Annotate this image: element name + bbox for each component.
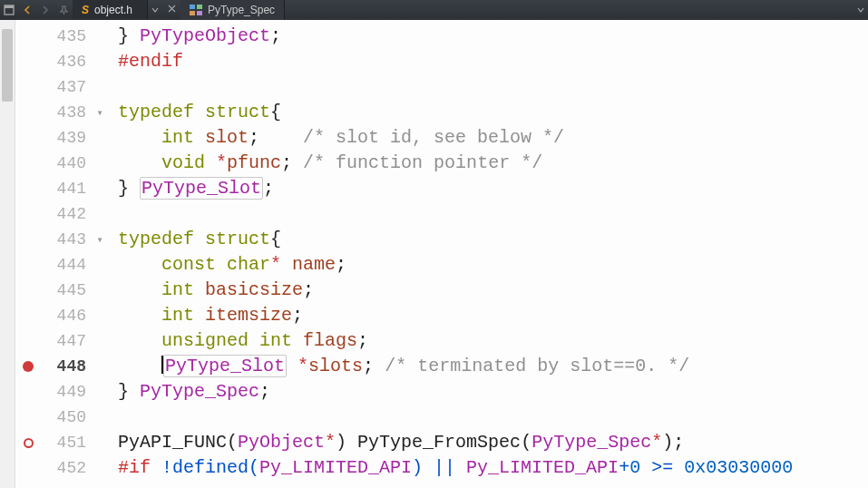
line-number[interactable]: 448 <box>41 357 92 376</box>
gutter-row[interactable]: 450 <box>15 405 112 430</box>
titlebar: S object.h PyType_Spec <box>0 0 868 20</box>
tab2-dropdown[interactable] <box>853 0 868 20</box>
code-line <box>112 201 868 227</box>
reference-pytype-slot[interactable]: PyType_Slot <box>163 355 287 377</box>
vertical-scrollbar[interactable] <box>0 20 15 488</box>
struct-icon <box>190 5 202 15</box>
line-number[interactable]: 439 <box>41 129 92 147</box>
code-line: #endif <box>112 49 868 74</box>
gutter-row[interactable]: 437 <box>15 74 112 100</box>
gutter-row[interactable]: 435 <box>15 24 112 49</box>
line-number[interactable]: 447 <box>41 332 92 350</box>
pin-button[interactable] <box>55 2 72 18</box>
tab-label: object.h <box>94 4 132 16</box>
line-number[interactable]: 441 <box>41 180 92 198</box>
gutter-row[interactable]: 447 <box>15 328 112 354</box>
code-line: int slot; /* slot id, see below */ <box>112 125 868 151</box>
gutter-row[interactable]: 448 <box>15 354 112 379</box>
svg-rect-4 <box>190 5 195 9</box>
gutter-row[interactable]: 452 <box>15 455 112 481</box>
gutter-row[interactable]: 436 <box>15 49 112 74</box>
line-number[interactable]: 436 <box>41 53 92 71</box>
tab-strip: S object.h PyType_Spec <box>73 0 868 20</box>
code-line <box>112 74 868 100</box>
gutter-row[interactable]: 444 <box>15 252 112 278</box>
gutter-marker <box>15 361 41 372</box>
code-line: } PyType_Spec; <box>112 379 868 405</box>
code-line: int itemsize; <box>112 303 868 328</box>
line-number[interactable]: 442 <box>41 205 92 223</box>
sublime-file-icon: S <box>82 4 89 16</box>
svg-rect-5 <box>197 5 202 9</box>
line-number[interactable]: 435 <box>41 27 92 45</box>
tab1-dropdown[interactable] <box>148 0 162 20</box>
code-line: typedef struct{ <box>112 100 868 125</box>
code-line: const char* name; <box>112 252 868 278</box>
line-number[interactable]: 445 <box>41 281 92 299</box>
back-button[interactable] <box>19 2 35 18</box>
code-line: typedef struct{ <box>112 227 868 252</box>
tab-object-h[interactable]: S object.h <box>73 0 148 20</box>
line-number[interactable]: 438 <box>41 103 92 122</box>
editor: 435436437438▾439440441442443▾44444544644… <box>0 20 868 488</box>
code-line: void *pfunc; /* function pointer */ <box>112 151 868 176</box>
code-line <box>112 405 868 430</box>
tab-pytype-spec[interactable]: PyType_Spec <box>180 0 285 20</box>
line-number[interactable]: 446 <box>41 307 92 325</box>
code-area[interactable]: } PyTypeObject; #endif typedef struct{ i… <box>112 20 868 488</box>
code-line: } PyTypeObject; <box>112 24 868 49</box>
line-number[interactable]: 450 <box>41 408 92 426</box>
tab1-close[interactable] <box>163 0 180 16</box>
svg-rect-7 <box>197 11 202 15</box>
forward-button[interactable] <box>37 2 54 18</box>
code-line: unsigned int flags; <box>112 328 868 354</box>
breakpoint-ring-icon <box>24 438 34 448</box>
fold-toggle[interactable]: ▾ <box>92 233 108 247</box>
code-line: PyAPI_FUNC(PyObject*) PyType_FromSpec(Py… <box>112 430 868 455</box>
line-number[interactable]: 440 <box>41 154 92 172</box>
svg-rect-1 <box>5 5 14 8</box>
gutter-row[interactable]: 439 <box>15 125 112 151</box>
gutter-row[interactable]: 445 <box>15 278 112 303</box>
gutter-row[interactable]: 443▾ <box>15 227 112 252</box>
gutter-row[interactable]: 442 <box>15 201 112 227</box>
line-number[interactable]: 444 <box>41 256 92 274</box>
gutter-marker <box>15 438 41 448</box>
gutter-row[interactable]: 449 <box>15 379 112 405</box>
error-marker-icon <box>23 361 34 372</box>
line-number[interactable]: 443 <box>41 230 92 249</box>
gutter: 435436437438▾439440441442443▾44444544644… <box>15 20 112 488</box>
gutter-row[interactable]: 438▾ <box>15 100 112 125</box>
line-number[interactable]: 449 <box>41 383 92 401</box>
gutter-row[interactable]: 451 <box>15 430 112 455</box>
code-line: int basicsize; <box>112 278 868 303</box>
code-line: } PyType_Slot; <box>112 176 868 201</box>
gutter-row[interactable]: 441 <box>15 176 112 201</box>
menu-button[interactable] <box>1 2 17 18</box>
code-line: PyType_Slot *slots; /* terminated by slo… <box>112 354 868 379</box>
line-number[interactable]: 437 <box>41 78 92 96</box>
scrollbar-thumb[interactable] <box>2 29 13 102</box>
line-number[interactable]: 452 <box>41 459 92 477</box>
code-line: #if !defined(Py_LIMITED_API) || Py_LIMIT… <box>112 455 868 481</box>
tab-label: PyType_Spec <box>208 4 275 16</box>
gutter-row[interactable]: 440 <box>15 151 112 176</box>
line-number[interactable]: 451 <box>41 434 92 452</box>
gutter-row[interactable]: 446 <box>15 303 112 328</box>
fold-toggle[interactable]: ▾ <box>92 106 108 120</box>
svg-rect-6 <box>190 11 195 15</box>
